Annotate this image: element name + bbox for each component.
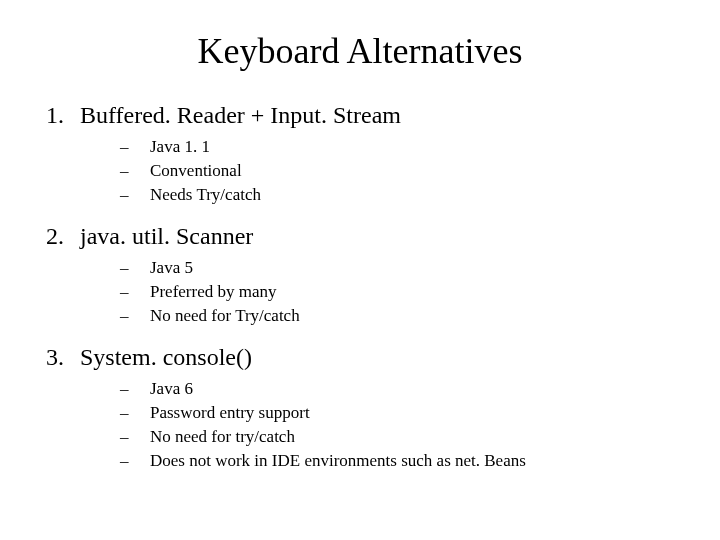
sub-item: – Conventional [120,161,680,181]
sub-label: Java 5 [150,258,680,278]
sub-item: – No need for Try/catch [120,306,680,326]
sublist-2: – Java 5 – Preferred by many – No need f… [120,258,680,326]
sub-label: Preferred by many [150,282,680,302]
sub-label: Password entry support [150,403,680,423]
list-number: 3. [40,344,80,371]
list-item-1: 1. Buffered. Reader + Input. Stream [40,102,680,129]
dash-icon: – [120,306,150,326]
dash-icon: – [120,185,150,205]
page-title: Keyboard Alternatives [40,30,680,72]
sub-item: – No need for try/catch [120,427,680,447]
list-number: 2. [40,223,80,250]
sub-item: – Preferred by many [120,282,680,302]
sub-label: Conventional [150,161,680,181]
dash-icon: – [120,258,150,278]
list-item-2: 2. java. util. Scanner [40,223,680,250]
sub-item: – Java 5 [120,258,680,278]
list-number: 1. [40,102,80,129]
sub-label: Does not work in IDE environments such a… [150,451,680,471]
sublist-1: – Java 1. 1 – Conventional – Needs Try/c… [120,137,680,205]
list-item-3: 3. System. console() [40,344,680,371]
sub-label: No need for try/catch [150,427,680,447]
dash-icon: – [120,161,150,181]
sublist-3: – Java 6 – Password entry support – No n… [120,379,680,471]
sub-label: Java 6 [150,379,680,399]
list-label: System. console() [80,344,680,371]
dash-icon: – [120,451,150,471]
dash-icon: – [120,282,150,302]
sub-label: Java 1. 1 [150,137,680,157]
sub-label: Needs Try/catch [150,185,680,205]
list-label: java. util. Scanner [80,223,680,250]
sub-item: – Java 6 [120,379,680,399]
sub-label: No need for Try/catch [150,306,680,326]
dash-icon: – [120,379,150,399]
dash-icon: – [120,427,150,447]
list-label: Buffered. Reader + Input. Stream [80,102,680,129]
sub-item: – Needs Try/catch [120,185,680,205]
dash-icon: – [120,137,150,157]
dash-icon: – [120,403,150,423]
sub-item: – Does not work in IDE environments such… [120,451,680,471]
sub-item: – Java 1. 1 [120,137,680,157]
sub-item: – Password entry support [120,403,680,423]
